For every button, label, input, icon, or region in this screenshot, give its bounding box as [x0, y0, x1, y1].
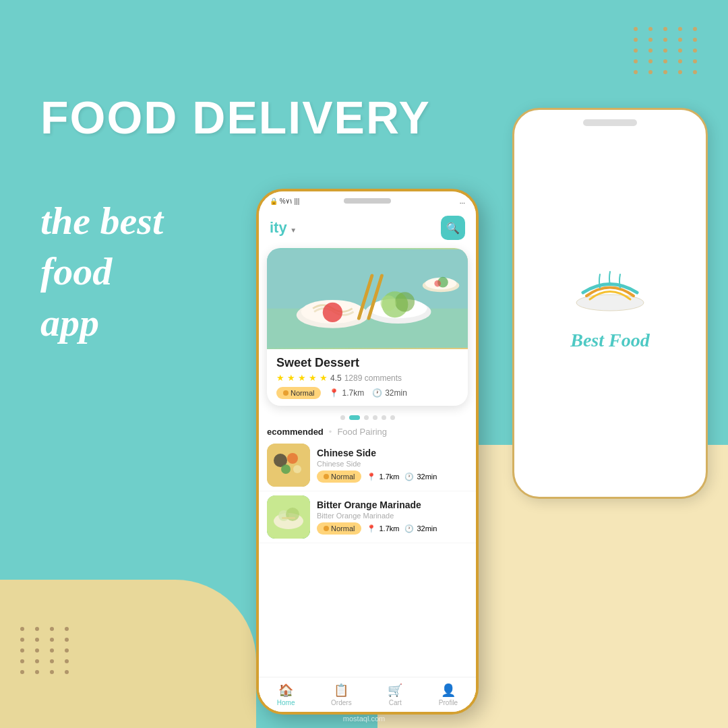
- food-clock-1: 🕐: [404, 473, 414, 481]
- svg-point-5: [323, 303, 342, 322]
- badge-dot: [283, 390, 289, 396]
- food-time-val-1: 32min: [417, 473, 437, 481]
- food-distance-2: 📍 1.7km: [367, 524, 399, 533]
- food-time-1: 🕐 32min: [404, 473, 437, 481]
- app-header: ity ▼ 🔍: [259, 210, 476, 243]
- section-subtitle: Food Pairing: [337, 427, 387, 437]
- food-badge-1: Normal: [317, 471, 361, 483]
- back-phone-logo: Best Food: [570, 255, 650, 351]
- food-thumb-2: [267, 495, 310, 539]
- info-row: Normal 📍 1.7km 🕐 32min: [276, 387, 458, 399]
- section-title: ecommended: [267, 427, 324, 437]
- dot-5: [382, 415, 386, 420]
- clock-icon: 🕐: [372, 388, 382, 398]
- food-item-1[interactable]: Chinese Side Chinese Side Normal 📍 1.7km…: [259, 439, 476, 491]
- svg-point-19: [287, 453, 298, 464]
- star-4: ★: [309, 373, 317, 383]
- svg-point-10: [380, 295, 396, 311]
- svg-point-16: [434, 280, 441, 287]
- nav-profile[interactable]: 👤 Profile: [439, 683, 458, 706]
- back-phone-logo-text: Best Food: [570, 330, 649, 351]
- dot-6: [390, 415, 395, 420]
- food-meta-1: Normal 📍 1.7km 🕐 32min: [317, 471, 468, 483]
- search-button[interactable]: 🔍: [441, 216, 465, 240]
- distance-value: 1.7km: [342, 388, 364, 398]
- featured-food-svg: [267, 248, 468, 349]
- star-1: ★: [276, 373, 284, 383]
- food-info-2: Bitter Orange Marinade Bitter Orange Mar…: [317, 499, 468, 535]
- dot-4: [373, 415, 377, 420]
- dot-2: [349, 415, 360, 420]
- normal-badge: Normal: [276, 387, 321, 399]
- home-icon: 🏠: [278, 683, 293, 698]
- nav-orders[interactable]: 📋 Orders: [331, 683, 352, 706]
- featured-title: Sweet Dessert: [276, 356, 458, 370]
- food-distance-1: 📍 1.7km: [367, 473, 399, 481]
- nav-profile-label: Profile: [439, 699, 458, 706]
- star-3: ★: [298, 373, 306, 383]
- rating-row: ★ ★ ★ ★ ★ 4.5 1289 comments: [276, 373, 458, 383]
- phone-front: 🔒 %٧١ ||| ... ity ▼ 🔍: [256, 189, 479, 715]
- badge-dot-2: [324, 526, 329, 531]
- food-time-val-2: 32min: [417, 524, 437, 533]
- nav-cart[interactable]: 🛒 Cart: [388, 683, 402, 706]
- food-dist-val-1: 1.7km: [379, 473, 399, 481]
- svg-point-9: [395, 292, 415, 311]
- featured-content: Sweet Dessert ★ ★ ★ ★ ★ 4.5 1289 comment…: [267, 349, 468, 406]
- featured-image: [267, 248, 468, 349]
- food-badge-label-2: Normal: [331, 524, 355, 533]
- dot-3: [364, 415, 369, 420]
- featured-card[interactable]: Sweet Dessert ★ ★ ★ ★ ★ 4.5 1289 comment…: [267, 248, 468, 406]
- svg-point-20: [281, 464, 291, 474]
- food-time-2: 🕐 32min: [404, 524, 437, 533]
- dot-pattern-top-right: [634, 27, 701, 74]
- pin-icon: 📍: [329, 388, 339, 398]
- nav-home-label: Home: [277, 699, 295, 706]
- cart-icon: 🛒: [388, 683, 402, 698]
- tagline: the best food app: [40, 195, 163, 348]
- time-value: 32min: [385, 388, 407, 398]
- food-subtitle-1: Chinese Side: [317, 460, 468, 468]
- phone-back-notch: [583, 119, 637, 126]
- star-2: ★: [287, 373, 295, 383]
- svg-point-21: [293, 465, 301, 473]
- nav-orders-label: Orders: [331, 699, 352, 706]
- dot-pattern-bottom-left: [20, 627, 73, 674]
- food-name-1: Chinese Side: [317, 448, 468, 458]
- food-badge-label-1: Normal: [331, 473, 355, 481]
- svg-rect-17: [267, 444, 310, 487]
- carousel-dots: [259, 415, 476, 420]
- phone-screen: ity ▼ 🔍: [259, 210, 476, 712]
- nav-home[interactable]: 🏠 Home: [277, 683, 295, 706]
- distance-info: 📍 1.7km: [329, 388, 364, 398]
- badge-dot-1: [324, 474, 329, 479]
- city-name: ity ▼: [270, 219, 297, 237]
- food-pin-1: 📍: [367, 473, 376, 481]
- food-item-2[interactable]: Bitter Orange Marinade Bitter Orange Mar…: [259, 491, 476, 543]
- dropdown-arrow: ▼: [290, 226, 297, 234]
- profile-icon: 👤: [441, 683, 456, 698]
- food-subtitle-2: Bitter Orange Marinade: [317, 512, 468, 520]
- time-info: 🕐 32min: [372, 388, 407, 398]
- bottom-nav: 🏠 Home 📋 Orders 🛒 Cart 👤 Profile: [259, 677, 476, 712]
- section-divider: •: [329, 427, 332, 437]
- nav-cart-label: Cart: [389, 699, 402, 706]
- food-badge-2: Normal: [317, 522, 361, 535]
- phone-front-notch: [344, 198, 391, 204]
- orders-icon: 📋: [334, 683, 348, 698]
- dot-1: [340, 415, 345, 420]
- main-headline: FOOD DELIVERY: [40, 94, 431, 140]
- food-clock-2: 🕐: [404, 524, 414, 533]
- food-thumb-1: [267, 444, 310, 487]
- watermark: mostaql.com: [343, 715, 385, 723]
- section-header: ecommended • Food Pairing: [259, 424, 476, 439]
- rating-number: 4.5: [330, 373, 342, 383]
- svg-rect-26: [282, 517, 295, 519]
- status-left: 🔒 %٧١ |||: [270, 198, 299, 205]
- status-right: ...: [460, 198, 465, 205]
- food-name-2: Bitter Orange Marinade: [317, 499, 468, 510]
- food-meta-2: Normal 📍 1.7km 🕐 32min: [317, 522, 468, 535]
- food-pin-2: 📍: [367, 524, 376, 533]
- food-info-1: Chinese Side Chinese Side Normal 📍 1.7km…: [317, 448, 468, 483]
- logo-svg: [570, 255, 650, 323]
